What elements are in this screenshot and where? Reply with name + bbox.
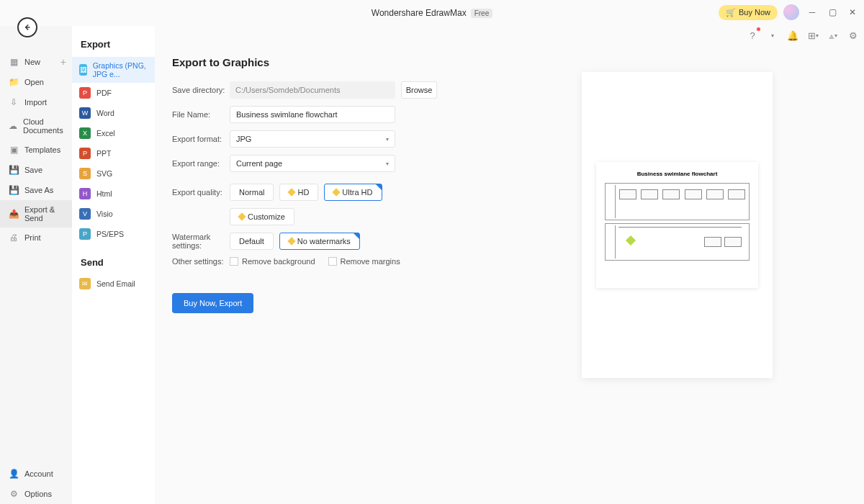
- browse-button[interactable]: Browse: [401, 81, 437, 99]
- sidebar-item-cloud[interactable]: ☁Cloud Documents: [0, 112, 72, 140]
- save-dir-label: Save directory:: [172, 86, 230, 94]
- filter-icon[interactable]: ⟁ ▾: [827, 29, 840, 42]
- top-toolbar: ? ▾ 🔔 ⊞ ▾ ⟁ ▾ ⚙: [746, 29, 860, 42]
- sidebar-label: Export & Send: [24, 205, 63, 222]
- sidebar-label: Save: [24, 166, 42, 174]
- seg-label: Normal: [239, 188, 264, 197]
- format-graphics[interactable]: 🖼Graphics (PNG, JPG e...: [72, 57, 155, 83]
- corner-fold-icon: [376, 184, 382, 190]
- sidebar-item-templates[interactable]: ▣Templates: [0, 140, 72, 160]
- sidebar-label: Import: [24, 98, 47, 107]
- format-ps-eps[interactable]: PPS/EPS: [72, 224, 155, 244]
- preview-card: Business swimlane flowchart: [582, 72, 773, 378]
- watermark-default[interactable]: Default: [230, 233, 274, 250]
- caret-icon[interactable]: ▾: [766, 29, 779, 42]
- template-icon: ▣: [9, 145, 19, 155]
- cloud-icon: ☁: [9, 121, 17, 131]
- word-file-icon: W: [79, 107, 91, 119]
- quality-label: Export quality:: [172, 188, 230, 197]
- send-email[interactable]: ✉Send Email: [72, 274, 155, 294]
- export-button[interactable]: Buy Now, Export: [172, 293, 253, 313]
- sidebar-item-export-send[interactable]: 📤Export & Send: [0, 200, 72, 228]
- other-label: Other settings:: [172, 257, 230, 266]
- sidebar-item-account[interactable]: 👤Account: [0, 464, 72, 484]
- format-label: Excel: [96, 129, 115, 138]
- panel-title: Export to Graphics: [172, 56, 850, 68]
- quality-customize[interactable]: Customize: [230, 208, 294, 225]
- bell-icon[interactable]: 🔔: [786, 29, 799, 42]
- ppt-file-icon: P: [79, 148, 91, 159]
- watermark-none[interactable]: No watermarks: [279, 233, 360, 250]
- format-excel[interactable]: XExcel: [72, 123, 155, 143]
- sidebar-item-import[interactable]: ⇩Import: [0, 92, 72, 112]
- pdf-file-icon: P: [79, 87, 91, 99]
- help-icon[interactable]: ?: [746, 29, 759, 42]
- seg-label: Ultra HD: [342, 188, 372, 197]
- settings-icon[interactable]: ⚙: [847, 29, 860, 42]
- back-button[interactable]: [17, 17, 37, 37]
- html-file-icon: H: [79, 188, 91, 199]
- user-avatar[interactable]: [783, 4, 799, 20]
- sidebar-item-new[interactable]: ▦ New +: [0, 52, 72, 72]
- quality-hd[interactable]: HD: [279, 184, 318, 201]
- format-ppt[interactable]: PPPT: [72, 143, 155, 163]
- sidebar-item-options[interactable]: ⚙Options: [0, 484, 72, 504]
- gear-icon: ⚙: [9, 489, 19, 499]
- quality-ultra-hd[interactable]: Ultra HD: [324, 184, 382, 201]
- decision-diamond-icon: [626, 235, 636, 246]
- chk-label: Remove margins: [341, 257, 400, 266]
- range-label: Export range:: [172, 159, 230, 168]
- sidebar-item-save-as[interactable]: 💾Save As: [0, 180, 72, 200]
- sidebar-label: Open: [24, 78, 44, 86]
- sidebar-item-print[interactable]: 🖨Print: [0, 228, 72, 248]
- user-icon: 👤: [9, 469, 19, 479]
- watermark-label: Watermark settings:: [172, 233, 230, 250]
- format-pdf[interactable]: PPDF: [72, 83, 155, 103]
- diamond-icon: [238, 212, 246, 220]
- format-label: Word: [96, 109, 114, 117]
- format-svg[interactable]: SSVG: [72, 163, 155, 184]
- sidebar-item-save[interactable]: 💾Save: [0, 160, 72, 180]
- save-dir-input[interactable]: [230, 81, 395, 99]
- format-select[interactable]: JPG▾: [230, 130, 395, 148]
- plus-square-icon: ▦: [9, 57, 19, 67]
- format-label: Visio: [96, 210, 113, 218]
- format-label: PS/EPS: [96, 230, 124, 238]
- format-label: PDF: [96, 89, 112, 97]
- sidebar-label: Options: [24, 490, 52, 498]
- chevron-down-icon: ▾: [386, 161, 389, 167]
- format-word[interactable]: WWord: [72, 103, 155, 123]
- send-header: Send: [72, 244, 155, 274]
- print-icon: 🖨: [9, 233, 19, 243]
- svg-file-icon: S: [79, 168, 91, 179]
- format-label: Export format:: [172, 135, 230, 143]
- email-icon: ✉: [79, 278, 91, 289]
- format-html[interactable]: HHtml: [72, 184, 155, 204]
- buy-now-button[interactable]: 🛒 Buy Now: [719, 5, 778, 20]
- graphics-file-icon: 🖼: [79, 64, 87, 76]
- filename-input[interactable]: [230, 106, 395, 123]
- format-visio[interactable]: VVisio: [72, 204, 155, 224]
- seg-label: HD: [297, 188, 309, 197]
- grid-icon[interactable]: ⊞ ▾: [806, 29, 819, 42]
- format-label: Graphics (PNG, JPG e...: [93, 61, 148, 78]
- save-icon: 💾: [9, 165, 19, 175]
- plus-icon[interactable]: +: [60, 56, 66, 68]
- range-select[interactable]: Current page▾: [230, 155, 395, 172]
- excel-file-icon: X: [79, 127, 91, 139]
- remove-margins-checkbox[interactable]: Remove margins: [328, 257, 400, 266]
- sidebar-item-open[interactable]: 📁Open: [0, 72, 72, 92]
- preview-document: Business swimlane flowchart: [596, 162, 758, 288]
- quality-normal[interactable]: Normal: [230, 184, 274, 201]
- cart-icon: 🛒: [726, 8, 736, 17]
- close-button[interactable]: ✕: [845, 5, 860, 19]
- diamond-icon: [333, 188, 341, 196]
- sidebar-label: Cloud Documents: [23, 117, 63, 135]
- preview-title: Business swimlane flowchart: [605, 171, 750, 177]
- minimize-button[interactable]: ─: [805, 5, 819, 19]
- seg-label: Customize: [248, 212, 285, 221]
- maximize-button[interactable]: ▢: [825, 5, 840, 19]
- format-label: PPT: [96, 149, 111, 158]
- remove-bg-checkbox[interactable]: Remove background: [230, 257, 315, 266]
- export-header: Export: [72, 39, 155, 57]
